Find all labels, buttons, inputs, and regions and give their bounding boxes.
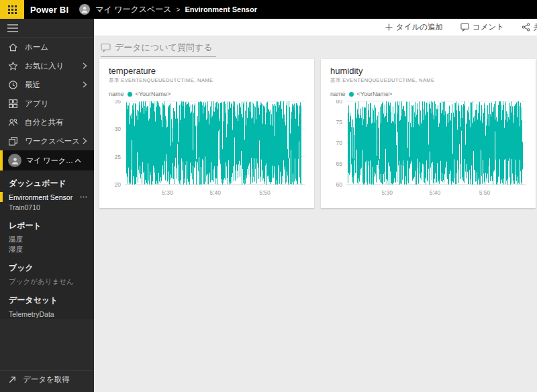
dashboard-canvas: データについて質問する temperature 基準 EVENTENQUEUED… [94, 36, 537, 392]
chevron-right-icon[interactable] [82, 62, 87, 69]
tile-title: temperature [109, 66, 305, 76]
legend-field-label: name [109, 91, 124, 97]
powerbi-logo-text: Power BI [30, 5, 68, 15]
qa-underline [101, 56, 216, 57]
y-axis-tick-label: 60 [336, 181, 343, 188]
x-axis-tick-label: 5:30 [162, 189, 173, 196]
apps-icon [8, 99, 18, 109]
people-icon [8, 117, 18, 128]
my-workspace-avatar [8, 154, 21, 167]
section-reports: レポート 温度 湿度 [0, 218, 94, 254]
sidebar-item-recent[interactable]: 最近 [0, 75, 94, 94]
section-title: ブック [0, 260, 94, 277]
home-icon [8, 42, 18, 52]
item-label: 湿度 [9, 245, 23, 254]
report-item-temperature[interactable]: 温度 [0, 234, 94, 244]
series-noise-path [348, 101, 523, 185]
share-button[interactable]: 共有 [522, 22, 537, 32]
breadcrumb-separator: > [177, 6, 181, 13]
sidebar-item-shared-with-me[interactable]: 自分と共有 [0, 113, 94, 132]
temperature-line-chart[interactable]: 353025205:305:405:50 [109, 100, 305, 201]
person-icon [81, 5, 89, 13]
sidebar-item-label: アプリ [25, 99, 94, 109]
share-icon [522, 23, 530, 32]
my-workspace-header[interactable]: マイ ワークスペース [0, 150, 94, 170]
y-axis-tick-label: 75 [336, 119, 343, 126]
dataset-item-telemetrydata[interactable]: TelemetryData [0, 309, 94, 319]
chevron-right-icon[interactable] [82, 138, 87, 144]
breadcrumb-workspace[interactable]: マイ ワークスペース [95, 4, 171, 15]
tile-humidity[interactable]: humidity 基準 EVENTENQUEUEDUTCTIME, NAME n… [321, 59, 536, 208]
humidity-line-chart[interactable]: 80757065605:305:405:50 [330, 100, 526, 201]
section-datasets: データセット TelemetryData [0, 293, 94, 319]
y-axis-tick-label: 25 [115, 154, 121, 160]
section-workbooks: ブック ブックがありません [0, 260, 94, 287]
workbooks-empty-state: ブックがありません [0, 277, 94, 287]
sidebar-item-apps[interactable]: アプリ [0, 94, 94, 113]
chevron-up-icon[interactable] [75, 158, 81, 163]
qa-prompt-text: データについて質問する [115, 42, 212, 54]
left-nav-sidebar: ホーム お気に入り 最近 アプリ 自分と共有 ワ [0, 19, 94, 392]
section-title: データセット [0, 293, 94, 309]
nav-collapse-hamburger-button[interactable] [0, 19, 94, 38]
x-axis-tick-label: 5:40 [209, 189, 221, 196]
share-label: 共有 [534, 22, 537, 32]
qa-speech-bubble-icon [101, 43, 111, 52]
comment-bubble-icon [460, 23, 469, 32]
x-axis-tick-label: 5:40 [430, 189, 441, 196]
section-dashboards: ダッシュボード Environment Sensor Train0710 [0, 176, 94, 212]
item-label: Environment Sensor [9, 193, 72, 201]
y-axis-tick-label: 80 [336, 100, 343, 105]
get-data-button[interactable]: データを取得 [0, 371, 94, 388]
sidebar-item-label: 最近 [25, 80, 82, 90]
hamburger-icon [7, 24, 18, 32]
item-label: 温度 [9, 235, 23, 244]
clock-icon [8, 80, 18, 90]
sidebar-item-label: 自分と共有 [25, 117, 94, 128]
workspace-avatar[interactable] [79, 4, 90, 15]
y-axis-tick-label: 65 [336, 160, 343, 167]
chart-legend: name <YourName> [330, 91, 526, 97]
y-axis-tick-label: 30 [115, 126, 121, 132]
breadcrumb-current-page: Environment Sensor [185, 5, 257, 13]
x-axis-tick-label: 5:30 [381, 189, 393, 196]
item-label: TelemetryData [9, 310, 54, 318]
dashboard-item-environment-sensor[interactable]: Environment Sensor [0, 192, 94, 202]
add-tile-button[interactable]: タイルの追加 [385, 22, 443, 32]
add-tile-label: タイルの追加 [396, 22, 443, 32]
sidebar-item-workspaces[interactable]: ワークスペース [0, 132, 94, 150]
waffle-grid-icon [8, 5, 17, 14]
more-options-ellipsis-icon[interactable] [80, 196, 87, 198]
x-axis-tick-label: 5:50 [259, 189, 271, 196]
dashboard-action-toolbar: タイルの追加 コメント 共有 [94, 19, 537, 36]
series-noise-path [127, 101, 301, 185]
tile-subtitle: 基準 EVENTENQUEUEDUTCTIME, NAME [330, 77, 526, 84]
sidebar-item-label: ホーム [25, 42, 94, 52]
app-launcher-waffle-icon[interactable] [0, 0, 24, 19]
qa-question-input[interactable]: データについて質問する [101, 42, 212, 54]
sidebar-item-home[interactable]: ホーム [0, 38, 94, 56]
workspace-content-panel: ダッシュボード Environment Sensor Train0710 レポー… [0, 170, 94, 319]
chevron-right-icon[interactable] [82, 81, 87, 88]
tile-temperature[interactable]: temperature 基準 EVENTENQUEUEDUTCTIME, NAM… [99, 59, 314, 208]
top-app-bar: Power BI マイ ワークスペース > Environment Sensor [0, 0, 537, 19]
legend-series-dot [128, 92, 132, 97]
person-icon [11, 156, 19, 165]
sidebar-item-label: お気に入り [25, 61, 82, 71]
sidebar-item-favorites[interactable]: お気に入り [0, 56, 94, 75]
report-item-humidity[interactable]: 湿度 [0, 244, 94, 254]
chart-legend: name <YourName> [109, 91, 305, 97]
section-title: ダッシュボード [0, 176, 94, 192]
tile-subtitle: 基準 EVENTENQUEUEDUTCTIME, NAME [109, 77, 305, 84]
legend-series-dot [349, 92, 354, 97]
comment-button[interactable]: コメント [460, 22, 504, 32]
y-axis-tick-label: 35 [115, 100, 121, 105]
section-title: レポート [0, 218, 94, 234]
x-axis-tick-label: 5:50 [479, 189, 491, 196]
chart-plot-area: 353025205:305:405:50 [109, 100, 305, 198]
get-data-label: データを取得 [23, 375, 70, 385]
chart-plot-area: 80757065605:305:405:50 [330, 100, 526, 198]
arrow-up-right-icon [8, 375, 17, 384]
dashboard-item-train0710[interactable]: Train0710 [0, 202, 94, 212]
star-icon [8, 61, 18, 71]
